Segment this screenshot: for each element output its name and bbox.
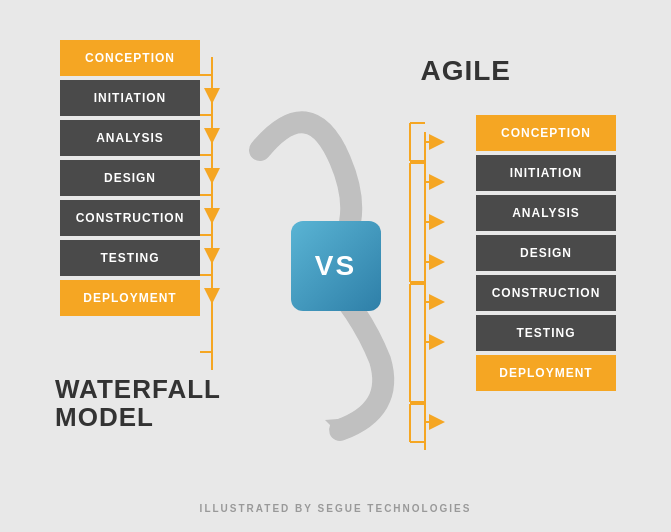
waterfall-steps: CONCEPTIONINITIATIONANALYSISDESIGNCONSTR… [60, 40, 200, 316]
diagram: CONCEPTIONINITIATIONANALYSISDESIGNCONSTR… [0, 0, 671, 532]
waterfall-title: WATERFALLMODEL [55, 375, 221, 432]
footer: ILLUSTRATED BY SEGUE TECHNOLOGIES [0, 503, 671, 514]
agile-step-0: CONCEPTION [476, 115, 616, 151]
waterfall-step-5: TESTING [60, 240, 200, 276]
agile-step-2: ANALYSIS [476, 195, 616, 231]
agile-step-1: INITIATION [476, 155, 616, 191]
svg-marker-15 [325, 418, 350, 435]
waterfall-step-0: CONCEPTION [60, 40, 200, 76]
waterfall-step-6: DEPLOYMENT [60, 280, 200, 316]
vs-badge: VS [291, 221, 381, 311]
agile-step-3: DESIGN [476, 235, 616, 271]
waterfall-step-4: CONSTRUCTION [60, 200, 200, 236]
agile-title: AGILE [420, 55, 511, 87]
agile-step-4: CONSTRUCTION [476, 275, 616, 311]
waterfall-step-2: ANALYSIS [60, 120, 200, 156]
waterfall-step-1: INITIATION [60, 80, 200, 116]
waterfall-step-3: DESIGN [60, 160, 200, 196]
agile-step-6: DEPLOYMENT [476, 355, 616, 391]
agile-step-5: TESTING [476, 315, 616, 351]
agile-steps: CONCEPTIONINITIATIONANALYSISDESIGNCONSTR… [476, 115, 616, 391]
vs-label: VS [315, 250, 356, 282]
